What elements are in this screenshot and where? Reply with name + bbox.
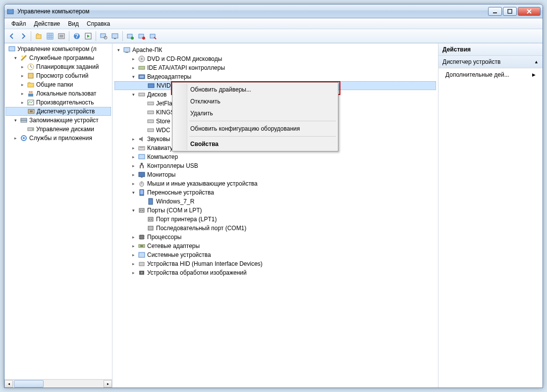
- tree-item-users[interactable]: Локальные пользоват: [5, 89, 111, 98]
- tree-item-device-manager[interactable]: Диспетчер устройств: [5, 107, 111, 116]
- expand-arrow-icon[interactable]: [130, 234, 136, 240]
- menu-help[interactable]: Справка: [83, 19, 114, 28]
- expand-arrow-icon[interactable]: [130, 190, 136, 196]
- svg-point-32: [31, 91, 33, 93]
- scroll-thumb[interactable]: [14, 380, 44, 388]
- ctx-scan-hardware[interactable]: Обновить конфигурацию оборудования: [173, 123, 337, 135]
- expand-arrow-icon[interactable]: [130, 92, 136, 98]
- menu-action[interactable]: Действие: [30, 19, 64, 28]
- device-item[interactable]: Мыши и иные указывающие устройства: [114, 179, 436, 188]
- svg-rect-4: [36, 35, 41, 39]
- tree-group-system-tools[interactable]: Служебные программы: [5, 53, 111, 62]
- help-button[interactable]: ?: [71, 31, 82, 42]
- tool-monitor-icon[interactable]: [109, 31, 120, 42]
- expand-arrow-icon[interactable]: [130, 145, 136, 151]
- tool-list-icon[interactable]: [56, 31, 67, 42]
- tree-item-shared[interactable]: Общие папки: [5, 80, 111, 89]
- svg-rect-55: [148, 129, 154, 132]
- actions-more[interactable]: Дополнительные дей... ▶: [438, 68, 543, 81]
- expand-arrow-icon[interactable]: [19, 73, 25, 79]
- computer-icon: [123, 46, 131, 54]
- expand-arrow-icon[interactable]: [130, 172, 136, 178]
- tree-item-events[interactable]: Просмотр событий: [5, 71, 111, 80]
- expand-arrow-icon[interactable]: [130, 261, 136, 267]
- device-item[interactable]: Устройства обработки изображений: [114, 268, 436, 277]
- svg-point-68: [140, 210, 141, 211]
- svg-rect-50: [148, 84, 154, 88]
- menu-view[interactable]: Вид: [64, 19, 83, 28]
- back-button[interactable]: [6, 31, 17, 42]
- device-item[interactable]: DVD и CD-ROM дисководы: [114, 54, 436, 63]
- device-item[interactable]: Системные устройства: [114, 250, 436, 259]
- uninstall-button[interactable]: [136, 31, 147, 42]
- expand-arrow-icon[interactable]: [12, 117, 18, 123]
- actions-subheader[interactable]: Диспетчер устройств ▲: [438, 56, 543, 68]
- expand-arrow-icon[interactable]: [130, 136, 136, 142]
- tree-item-performance[interactable]: Производительность: [5, 98, 111, 107]
- forward-button[interactable]: [18, 31, 29, 42]
- scan-hardware-button[interactable]: [125, 31, 136, 42]
- expand-arrow-icon[interactable]: [130, 74, 136, 80]
- expand-arrow-icon[interactable]: [130, 65, 136, 71]
- expand-arrow-icon[interactable]: [19, 91, 25, 97]
- expand-arrow-icon[interactable]: [130, 270, 136, 276]
- expand-arrow-icon[interactable]: [19, 82, 25, 88]
- menu-file[interactable]: Файл: [7, 19, 30, 28]
- device-item[interactable]: Контроллеры USB: [114, 161, 436, 170]
- device-item[interactable]: Последовательный порт (COM1): [114, 224, 436, 233]
- expand-arrow-icon[interactable]: [130, 56, 136, 62]
- ctx-update-drivers[interactable]: Обновить драйверы...: [173, 84, 337, 96]
- tree-group-storage[interactable]: Запоминающие устройст: [5, 116, 111, 125]
- ctx-properties[interactable]: Свойства: [173, 138, 337, 150]
- close-button[interactable]: [518, 7, 541, 16]
- device-label: Переносные устройства: [147, 189, 214, 196]
- svg-point-69: [142, 210, 143, 211]
- device-item[interactable]: Порты (COM и LPT): [114, 206, 436, 215]
- management-tree: Управление компьютером (л Служебные прог…: [4, 44, 112, 144]
- tree-item-disk-management[interactable]: Управление дисками: [5, 125, 111, 134]
- expand-arrow-icon[interactable]: [115, 47, 121, 53]
- scroll-right-icon[interactable]: ▸: [104, 380, 112, 388]
- device-item[interactable]: Порт принтера (LPT1): [114, 215, 436, 224]
- tool-grid-icon[interactable]: [45, 31, 55, 42]
- device-item[interactable]: Видеоадаптеры: [114, 72, 436, 81]
- device-label: Звуковы: [147, 136, 170, 143]
- device-item[interactable]: Переносные устройства: [114, 188, 436, 197]
- expand-arrow-icon[interactable]: [130, 252, 136, 258]
- device-item[interactable]: Мониторы: [114, 170, 436, 179]
- device-label: IDE ATA/ATAPI контроллеры: [147, 64, 225, 71]
- disable-button[interactable]: [148, 31, 159, 42]
- expand-arrow-icon[interactable]: [130, 207, 136, 213]
- device-item[interactable]: Windows_7_R: [114, 197, 436, 206]
- tree-root[interactable]: Управление компьютером (л: [5, 45, 111, 53]
- device-item[interactable]: Устройства HID (Human Interface Devices): [114, 259, 436, 268]
- up-button[interactable]: [33, 31, 44, 42]
- ctx-delete[interactable]: Удалить: [173, 107, 337, 119]
- expand-arrow-icon[interactable]: [19, 64, 25, 70]
- expand-arrow-icon[interactable]: [12, 55, 18, 61]
- tree-item-scheduler[interactable]: Планировщик заданий: [5, 62, 111, 71]
- device-label: Дисков: [147, 91, 166, 98]
- scroll-left-icon[interactable]: ◂: [4, 380, 13, 388]
- tree-group-services[interactable]: Службы и приложения: [5, 134, 111, 143]
- minimize-button[interactable]: [488, 7, 502, 16]
- device-item[interactable]: Сетевые адаптеры: [114, 242, 436, 250]
- tool-play-icon[interactable]: [83, 31, 94, 42]
- expand-arrow-icon[interactable]: [130, 154, 136, 160]
- device-item[interactable]: Компьютер: [114, 152, 436, 161]
- maximize-button[interactable]: [503, 7, 517, 16]
- device-item[interactable]: IDE ATA/ATAPI контроллеры: [114, 63, 436, 72]
- device-label: Мониторы: [147, 171, 175, 178]
- tool-monitor-search-icon[interactable]: [98, 31, 109, 42]
- expand-arrow-icon[interactable]: [130, 181, 136, 187]
- device-item[interactable]: Процессоры: [114, 233, 436, 242]
- expand-arrow-icon[interactable]: [12, 135, 18, 141]
- expand-arrow-icon[interactable]: [19, 99, 25, 105]
- collapse-arrow-icon[interactable]: ▲: [534, 59, 539, 64]
- device-icon: [138, 180, 146, 188]
- expand-arrow-icon[interactable]: [130, 163, 136, 169]
- horizontal-scrollbar[interactable]: ◂ ▸: [4, 379, 112, 388]
- expand-arrow-icon[interactable]: [130, 243, 136, 249]
- ctx-disable[interactable]: Отключить: [173, 96, 337, 107]
- device-root[interactable]: Apache-ПК: [114, 46, 436, 54]
